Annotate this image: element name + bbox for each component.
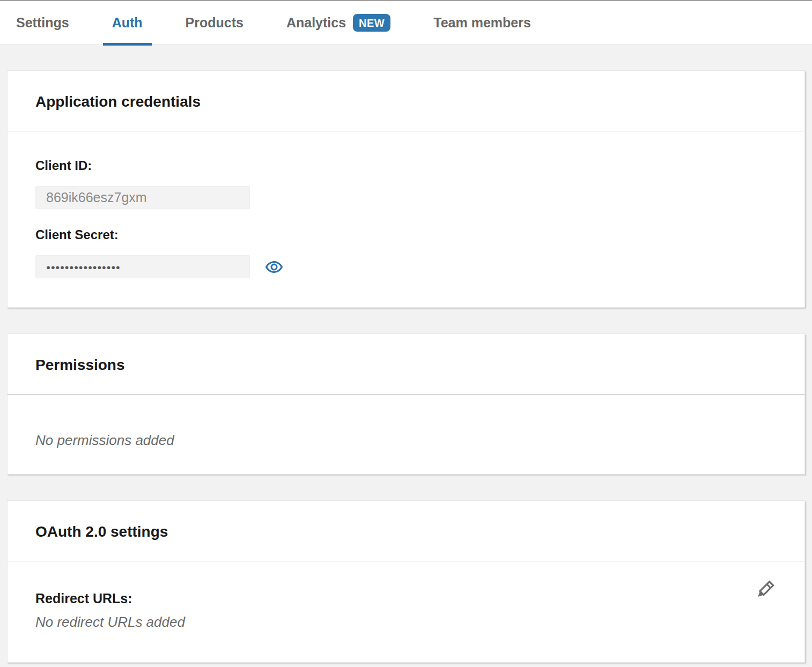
- oauth-settings-header: OAuth 2.0 settings: [8, 501, 804, 561]
- permissions-title: Permissions: [35, 357, 777, 374]
- client-secret-row: ●●●●●●●●●●●●●●●●: [35, 255, 777, 278]
- tab-products-label: Products: [186, 15, 243, 31]
- permissions-card: Permissions No permissions added: [7, 334, 805, 475]
- eye-icon: [265, 258, 283, 276]
- tab-analytics[interactable]: Analytics NEW: [277, 1, 400, 45]
- permissions-header: Permissions: [8, 334, 804, 395]
- permissions-body: No permissions added: [8, 395, 804, 474]
- page-content: Application credentials Client ID: 869ik…: [0, 70, 812, 663]
- client-id-value: 869ik66esz7gxm: [46, 190, 147, 205]
- permissions-empty-text: No permissions added: [35, 432, 777, 448]
- client-id-label: Client ID:: [35, 158, 777, 173]
- client-secret-masked-value: ●●●●●●●●●●●●●●●●: [46, 262, 120, 271]
- application-credentials-card: Application credentials Client ID: 869ik…: [7, 70, 805, 308]
- application-credentials-body: Client ID: 869ik66esz7gxm Client Secret:…: [8, 131, 804, 307]
- toggle-secret-visibility-button[interactable]: [265, 258, 283, 276]
- edit-redirect-urls-button[interactable]: [752, 579, 777, 603]
- tab-products[interactable]: Products: [176, 1, 253, 45]
- client-secret-label: Client Secret:: [35, 227, 777, 242]
- oauth-settings-title: OAuth 2.0 settings: [35, 523, 777, 540]
- application-credentials-title: Application credentials: [35, 93, 777, 110]
- oauth-settings-card: OAuth 2.0 settings Redirect URLs: No red…: [7, 500, 805, 663]
- application-credentials-header: Application credentials: [8, 71, 804, 131]
- tab-auth[interactable]: Auth: [103, 1, 152, 45]
- tab-auth-label: Auth: [112, 15, 143, 31]
- pencil-icon: [752, 579, 777, 603]
- tab-bar: Settings Auth Products Analytics NEW Tea…: [0, 1, 812, 45]
- tab-settings[interactable]: Settings: [7, 1, 78, 45]
- oauth-settings-body: Redirect URLs: No redirect URLs added: [8, 561, 804, 662]
- tab-team-members-label: Team members: [433, 15, 531, 31]
- client-id-field[interactable]: 869ik66esz7gxm: [35, 186, 250, 209]
- new-badge: NEW: [353, 14, 390, 32]
- redirect-urls-label: Redirect URLs:: [35, 590, 777, 606]
- redirect-urls-empty-text: No redirect URLs added: [35, 614, 777, 630]
- client-secret-field[interactable]: ●●●●●●●●●●●●●●●●: [35, 255, 250, 278]
- tab-settings-label: Settings: [16, 15, 69, 31]
- tab-analytics-label: Analytics: [286, 15, 346, 31]
- tab-team-members[interactable]: Team members: [424, 1, 540, 45]
